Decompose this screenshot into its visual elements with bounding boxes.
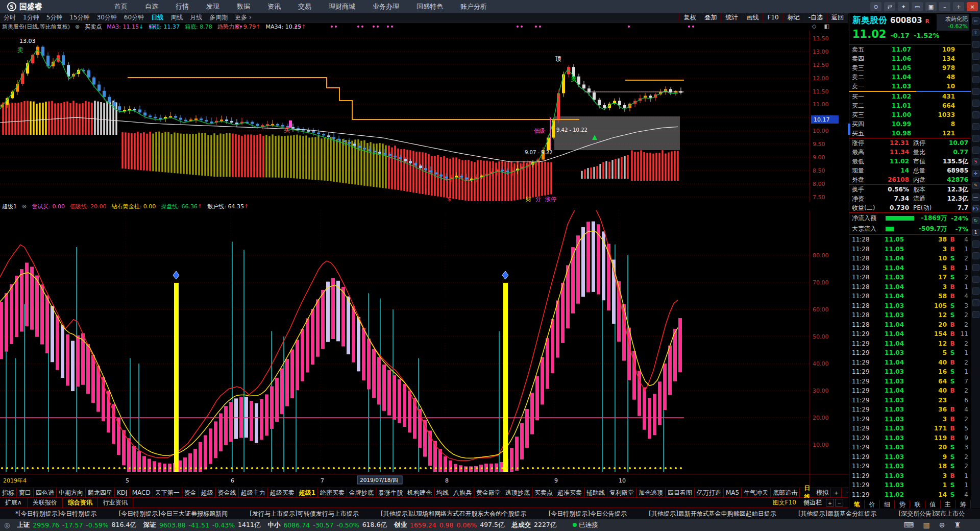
ask-row[interactable]: 卖三11.05978 — [849, 63, 971, 73]
sidebar-toggle[interactable]: 侧边栏 — [800, 498, 825, 507]
action-F10[interactable]: F10 — [763, 13, 782, 22]
action-画线[interactable]: 画线 — [742, 13, 763, 22]
indicator-tab-MA5[interactable]: MA5 — [724, 488, 742, 498]
ticker-item[interactable]: *[今日特别提示]今日特别提示 — [15, 510, 96, 518]
indicator-tab-均线[interactable]: 均线 — [434, 488, 451, 498]
maximize-icon[interactable]: + — [953, 2, 964, 11]
indicator-close-icon[interactable]: ⊗ — [75, 23, 80, 30]
bid-row[interactable]: 买二11.01664 — [849, 101, 971, 110]
indicator-tab-超级主力[interactable]: 超级主力 — [239, 488, 268, 498]
quick-launch-icon[interactable]: ✦ — [898, 2, 909, 11]
panel-divider-slider[interactable] — [848, 124, 850, 135]
chart-control-＋[interactable]: ＋ — [831, 488, 842, 498]
info-tab-扩展∧[interactable]: 扩展∧ — [0, 498, 28, 508]
tick-row[interactable]: 11:2911.0440B2 — [849, 358, 971, 368]
indicator-tab-牛气冲天[interactable]: 牛气冲天 — [742, 488, 771, 498]
indicator-tab-绝密买卖[interactable]: 绝密买卖 — [318, 488, 347, 498]
tick-row[interactable]: 11:2911.03236 — [849, 396, 971, 405]
indicator-chart[interactable]: 80.0070.0060.0050.0040.0030.0020.0010.00… — [0, 210, 848, 487]
menu-item-资讯[interactable]: 资讯 — [259, 0, 289, 13]
tick-row[interactable]: 11:2811.045B1 — [849, 263, 971, 273]
indicator-tab-KDJ[interactable]: KDJ — [115, 488, 130, 498]
period-分时[interactable]: 分时 — [0, 13, 19, 22]
indicator-tab-四色谱[interactable]: 四色谱 — [34, 488, 57, 498]
graphic-f10-button[interactable]: 图文F10 — [770, 498, 799, 507]
zoom-in-button[interactable]: ＋ — [826, 499, 834, 506]
tool-icon[interactable] — [972, 76, 979, 83]
tool-icon[interactable] — [972, 264, 979, 271]
tool-icon[interactable] — [972, 53, 979, 60]
tick-row[interactable]: 11:2911.04154B11 — [849, 329, 971, 339]
info-tab-行业资讯[interactable]: 行业资讯 — [98, 498, 133, 508]
tick-row[interactable]: 11:2911.035S1 — [849, 348, 971, 358]
indicator-tab-资金[interactable]: 资金 — [182, 488, 199, 498]
indicator-tab-底部追击[interactable]: 底部追击 — [771, 488, 800, 498]
action-统计[interactable]: 统计 — [721, 13, 742, 22]
tick-row[interactable]: 11:2911.0320S3 — [849, 443, 971, 452]
indicator-tab-辅助线[interactable]: 辅助线 — [584, 488, 607, 498]
action-返回[interactable]: 返回 — [827, 13, 848, 22]
ticker-item[interactable]: [今日特别提示]今日公告提示 — [549, 510, 627, 518]
tool-S-icon[interactable]: S — [972, 158, 979, 165]
period-日线[interactable]: 日线 — [148, 13, 167, 22]
tick-row[interactable]: 11:2911.033B1 — [849, 471, 971, 481]
bid-row[interactable]: 买一11.02431 — [849, 92, 971, 101]
tick-row[interactable]: 11:2911.0318S2 — [849, 462, 971, 471]
tick-row[interactable]: 11:2811.0538B4 — [849, 235, 971, 245]
indicator-tab-逃顶抄底[interactable]: 逃顶抄底 — [503, 488, 532, 498]
tick-row[interactable]: 11:2811.0458B4 — [849, 292, 971, 301]
tick-list[interactable]: 11:2811.0538B411:2811.053B111:2811.0410S… — [849, 235, 971, 500]
message-icon[interactable]: ⊙ — [870, 2, 881, 11]
tick-row[interactable]: 11:2811.0317S2 — [849, 273, 971, 282]
indicator-tab-机构建仓[interactable]: 机构建仓 — [405, 488, 434, 498]
indicator-tab-超级买卖[interactable]: 超级买卖 — [268, 488, 297, 498]
tool-icon[interactable] — [972, 135, 979, 142]
target-icon[interactable]: ⊕ — [939, 521, 945, 529]
stock-name[interactable]: 新奥股份 — [852, 14, 887, 26]
menu-item-交易[interactable]: 交易 — [289, 0, 320, 13]
period-1分钟[interactable]: 1分钟 — [19, 13, 43, 22]
menu-item-数据[interactable]: 数据 — [228, 0, 259, 13]
tool-icon[interactable] — [972, 100, 979, 107]
indicator-tab-资金线[interactable]: 资金线 — [216, 488, 239, 498]
indicator-tab-中期方向[interactable]: 中期方向 — [57, 488, 86, 498]
period-15分钟[interactable]: 15分钟 — [66, 13, 93, 22]
period-5分钟[interactable]: 5分钟 — [43, 13, 66, 22]
tick-row[interactable]: 11:2811.03105S3 — [849, 301, 971, 311]
menu-item-自选[interactable]: 自选 — [136, 0, 167, 13]
index-name[interactable]: 创业 — [394, 521, 407, 529]
alert-icon[interactable]: ♜ — [954, 521, 961, 529]
indicator-tab-天下第一[interactable]: 天下第一 — [153, 488, 182, 498]
tick-row[interactable]: 11:2911.0336B4 — [849, 405, 971, 415]
ticker-item[interactable]: [今日特别提示]今日三大证券报标题新闻 — [119, 510, 228, 518]
indicator-tab-窗口[interactable]: 窗口 — [17, 488, 34, 498]
chart-control-模拟[interactable]: 模拟 — [814, 488, 831, 498]
indicator-tab-MACD[interactable]: MACD — [130, 488, 153, 498]
tool-icon[interactable] — [972, 276, 979, 283]
ask-row[interactable]: 卖一11.0310 — [849, 82, 971, 91]
tick-row[interactable]: 11:2811.0312S2 — [849, 310, 971, 320]
indicator-tab-亿万打造[interactable]: 亿万打造 — [695, 488, 724, 498]
bid-row[interactable]: 买四10.998 — [849, 119, 971, 129]
minimize-icon[interactable]: – — [939, 2, 950, 11]
sub-indicator-close-icon[interactable]: ⊗ — [22, 203, 27, 210]
indicator-tab-麟龙四星[interactable]: 麟龙四星 — [86, 488, 115, 498]
info-tab-关联报价[interactable]: 关联报价 — [28, 498, 63, 508]
zoom-out-button[interactable]: － — [835, 499, 843, 506]
tick-row[interactable]: 11:2911.0316S1 — [849, 367, 971, 377]
tick-row[interactable]: 11:2911.031S1 — [849, 480, 971, 490]
tool-✛-icon[interactable]: ✛ — [972, 170, 979, 177]
skin-icon[interactable]: ▣ — [925, 2, 937, 11]
tick-row[interactable]: 11:2911.0364S7 — [849, 377, 971, 387]
tool-back-icon[interactable]: ⇦ — [972, 17, 979, 25]
indicator-tab-超级1[interactable]: 超级1 — [297, 488, 318, 498]
action-标记[interactable]: 标记 — [783, 13, 804, 22]
period-多周期[interactable]: 多周期 — [206, 13, 231, 22]
tick-row[interactable]: 11:2911.03119B9 — [849, 433, 971, 443]
period-30分钟[interactable]: 30分钟 — [93, 13, 120, 22]
bid-row[interactable]: 买五10.98121 — [849, 129, 971, 138]
industry-block[interactable]: 农药化肥 -0.62% — [937, 14, 969, 31]
tick-row[interactable]: 11:2811.043B1 — [849, 282, 971, 292]
tool-icon[interactable] — [972, 64, 979, 71]
indicator-tab-买卖点[interactable]: 买卖点 — [532, 488, 555, 498]
